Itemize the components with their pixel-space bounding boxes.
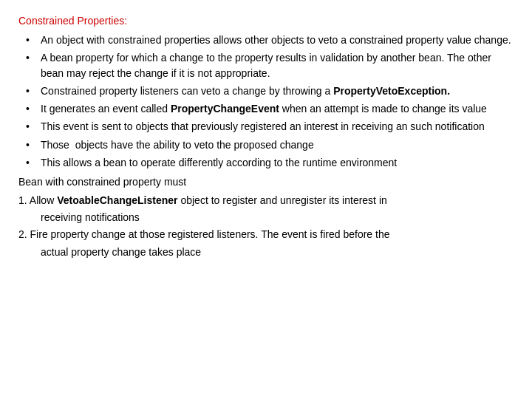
list-item-text: Constrained property listeners can veto … [41, 83, 514, 98]
list-item: • This allows a bean to operate differen… [26, 155, 514, 170]
list-item: • Constrained property listeners can vet… [26, 83, 514, 98]
list-item-text: Those objects have the ability to veto t… [41, 137, 514, 152]
bold-text: VetoableChangeListener [57, 194, 177, 206]
bold-text: PropertyChangeEvent [171, 103, 279, 115]
bullet-icon: • [26, 155, 38, 170]
bold-text: PropertyVetoException. [333, 85, 450, 97]
list-item-text: It generates an event called PropertyCha… [41, 101, 514, 116]
list-item-text: A bean property for which a change to th… [41, 50, 514, 81]
list-item-text: An object with constrained properties al… [41, 33, 514, 47]
numbered-item-1: 1. Allow VetoableChangeListener object t… [18, 193, 514, 208]
list-item: • This event is sent to objects that pre… [26, 119, 514, 134]
bullet-icon: • [26, 101, 38, 116]
title: Constrained Properties: [18, 15, 514, 27]
bullet-icon: • [26, 33, 38, 47]
list-item: • Those objects have the ability to veto… [26, 137, 514, 152]
list-item: • A bean property for which a change to … [26, 50, 514, 81]
numbered-item-1-indent: receiving notifications [41, 210, 514, 225]
list-item: • An object with constrained properties … [26, 33, 514, 47]
bean-line: Bean with constrained property must [18, 174, 514, 189]
bullet-icon: • [26, 50, 38, 65]
numbered-item-2: 2. Fire property change at those registe… [18, 227, 514, 242]
bullet-icon: • [26, 83, 38, 98]
list-item-text: This event is sent to objects that previ… [41, 119, 514, 134]
list-item-text: This allows a bean to operate differentl… [41, 155, 514, 170]
bullet-icon: • [26, 137, 38, 152]
bullet-icon: • [26, 119, 38, 134]
list-item: • It generates an event called PropertyC… [26, 101, 514, 116]
numbered-section: 1. Allow VetoableChangeListener object t… [18, 193, 514, 259]
numbered-item-2-indent: actual property change takes place [41, 245, 514, 259]
bullet-list: • An object with constrained properties … [26, 33, 514, 170]
